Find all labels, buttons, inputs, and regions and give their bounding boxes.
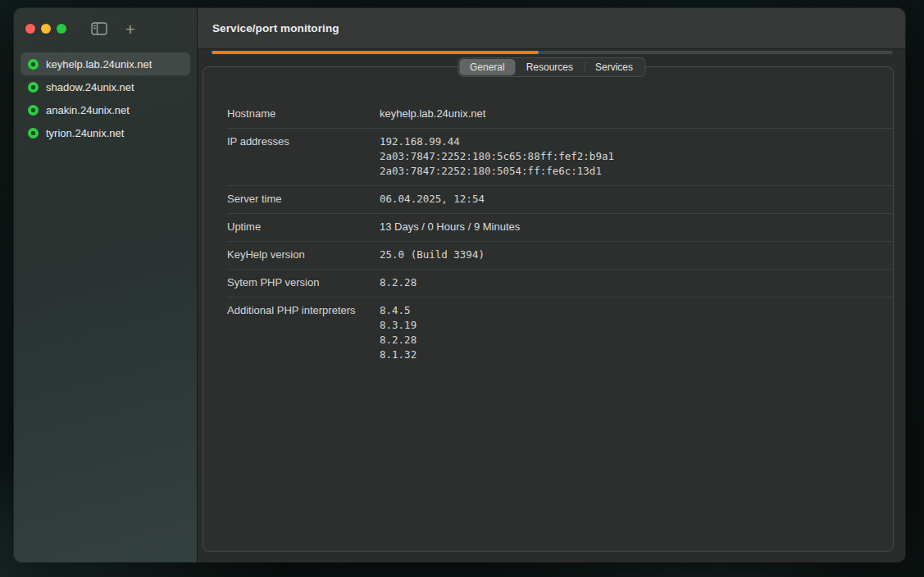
main-panel: Service/port monitoring General Resource… xyxy=(198,8,905,562)
row-label: Hostname xyxy=(227,107,380,121)
php-version: 8.3.19 xyxy=(380,318,416,333)
ip-address: 2a03:7847:2252:180:5c65:88ff:fef2:b9a1 xyxy=(380,149,614,164)
row-value: 06.04.2025, 12:54 xyxy=(380,192,485,207)
status-online-icon xyxy=(28,59,39,70)
row-value: 13 Days / 0 Hours / 9 Minutes xyxy=(380,220,520,234)
row-label: Uptime xyxy=(227,220,380,234)
server-label: shadow.24unix.net xyxy=(46,81,134,93)
page-title: Service/port monitoring xyxy=(212,22,339,34)
server-label: keyhelp.lab.24unix.net xyxy=(46,58,152,70)
close-button[interactable] xyxy=(25,24,35,34)
server-info-table: Hostname keyhelp.lab.24unix.net IP addre… xyxy=(227,101,893,369)
row-value: 8.4.5 8.3.19 8.2.28 8.1.32 xyxy=(380,303,416,362)
table-row-system-php-version: Sytem PHP version 8.2.28 xyxy=(227,270,893,298)
status-online-icon xyxy=(28,82,39,93)
tab-general[interactable]: General xyxy=(459,59,516,75)
php-version: 8.4.5 xyxy=(380,303,416,318)
add-server-button[interactable]: + xyxy=(120,19,141,39)
row-label: Sytem PHP version xyxy=(227,275,380,290)
table-row-server-time: Server time 06.04.2025, 12:54 xyxy=(227,186,893,214)
table-row-ip-addresses: IP addresses 192.168.99.44 2a03:7847:225… xyxy=(227,129,893,186)
php-version: 8.2.28 xyxy=(380,333,416,348)
status-online-icon xyxy=(28,105,39,116)
zoom-button[interactable] xyxy=(57,24,66,34)
general-tab-content: Hostname keyhelp.lab.24unix.net IP addre… xyxy=(203,66,894,552)
traffic-lights xyxy=(25,24,66,34)
row-label: Server time xyxy=(227,192,380,207)
app-window: + keyhelp.lab.24unix.net shadow.24unix.n… xyxy=(14,8,905,562)
progress-fill xyxy=(212,51,539,54)
tab-bar: General Resources Services xyxy=(457,57,645,77)
sidebar-toggle-icon xyxy=(91,22,107,35)
server-label: tyrion.24unix.net xyxy=(46,127,124,139)
row-value: keyhelp.lab.24unix.net xyxy=(380,107,485,121)
sidebar: + keyhelp.lab.24unix.net shadow.24unix.n… xyxy=(14,8,198,562)
row-value: 8.2.28 xyxy=(380,275,416,290)
php-version: 8.1.32 xyxy=(380,348,416,362)
table-row-uptime: Uptime 13 Days / 0 Hours / 9 Minutes xyxy=(227,214,893,242)
ip-address: 192.168.99.44 xyxy=(380,134,614,149)
server-item-anakin[interactable]: anakin.24unix.net xyxy=(20,98,190,121)
table-row-hostname: Hostname keyhelp.lab.24unix.net xyxy=(227,101,893,129)
server-item-shadow[interactable]: shadow.24unix.net xyxy=(20,75,190,98)
progress-bar xyxy=(212,51,893,54)
server-label: anakin.24unix.net xyxy=(46,104,130,116)
table-row-additional-php: Additional PHP interpreters 8.4.5 8.3.19… xyxy=(227,298,893,369)
tab-services[interactable]: Services xyxy=(585,59,644,75)
plus-icon: + xyxy=(125,20,135,38)
window-titlebar: Service/port monitoring xyxy=(198,8,905,49)
table-row-keyhelp-version: KeyHelp version 25.0 (Build 3394) xyxy=(227,242,893,270)
server-list: keyhelp.lab.24unix.net shadow.24unix.net… xyxy=(14,49,197,148)
server-item-tyrion[interactable]: tyrion.24unix.net xyxy=(20,121,190,144)
row-value: 192.168.99.44 2a03:7847:2252:180:5c65:88… xyxy=(380,134,614,179)
ip-address: 2a03:7847:2252:180:5054:ff:fe6c:13d1 xyxy=(380,164,614,179)
sidebar-toggle-button[interactable] xyxy=(89,19,110,39)
row-label: IP addresses xyxy=(227,134,380,179)
sidebar-header: + xyxy=(14,8,197,49)
status-online-icon xyxy=(28,128,39,139)
minimize-button[interactable] xyxy=(41,24,51,34)
row-value: 25.0 (Build 3394) xyxy=(380,248,485,262)
row-label: KeyHelp version xyxy=(227,248,380,262)
server-item-keyhelp[interactable]: keyhelp.lab.24unix.net xyxy=(20,52,190,75)
row-label: Additional PHP interpreters xyxy=(227,303,380,362)
tab-resources[interactable]: Resources xyxy=(516,59,584,75)
